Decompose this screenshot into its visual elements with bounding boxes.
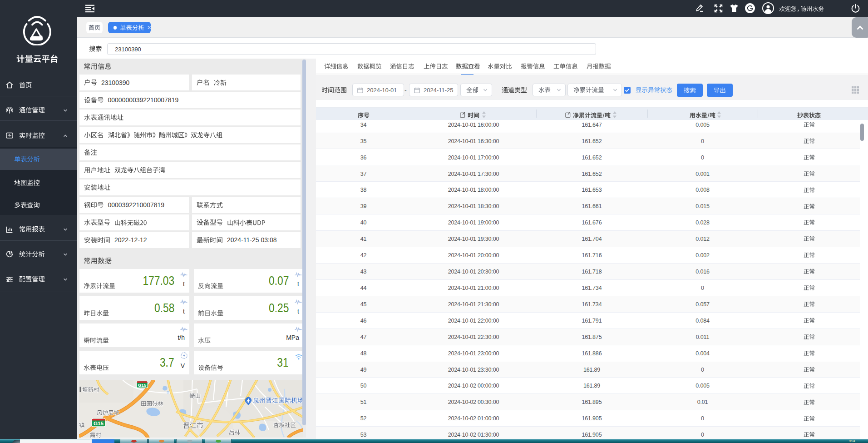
- svg-text:G15: G15: [94, 420, 104, 426]
- svg-text:G15: G15: [138, 383, 147, 388]
